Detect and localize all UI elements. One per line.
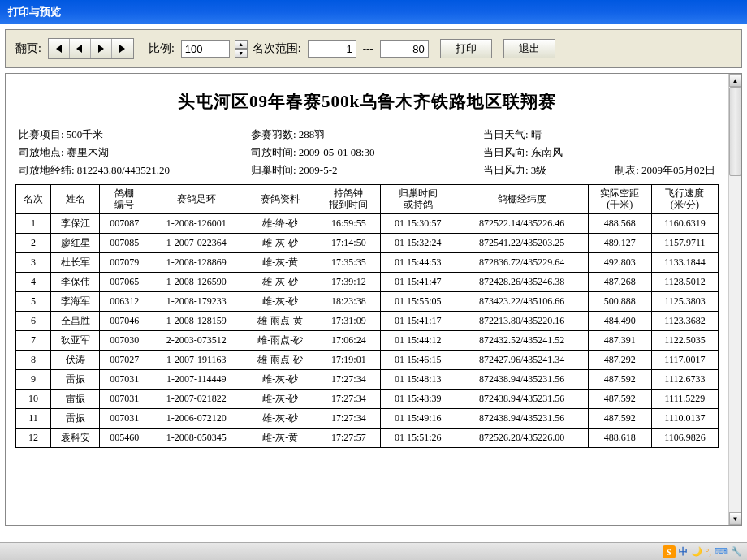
table-cell: 8 — [16, 350, 51, 369]
table-row: 6仝昌胜0070461-2008-128159雄-雨点-黄17:31:0901 … — [16, 311, 719, 330]
table-cell: 1110.0137 — [651, 408, 718, 428]
ratio-input[interactable] — [181, 40, 230, 58]
table-cell: 12 — [16, 428, 51, 447]
ratio-spinner: ▲ ▼ — [235, 40, 248, 58]
table-cell: 李保江 — [50, 213, 100, 233]
table-row: 12袁科安0054601-2008-050345雌-灰-黄17:27:5701 … — [16, 428, 719, 447]
table-cell: 雌-灰-黄 — [244, 428, 317, 447]
meta-return-time: 归巢时间: 2009-5-2 — [251, 163, 483, 178]
ratio-down-button[interactable]: ▼ — [235, 49, 248, 58]
range-to-input[interactable] — [380, 40, 429, 58]
print-button[interactable]: 打印 — [440, 39, 492, 58]
table-cell: 雄-绛-砂 — [244, 213, 317, 233]
col-header-4: 赛鸽资料 — [244, 185, 317, 214]
table-cell: 492.803 — [588, 252, 651, 272]
table-cell: 488.568 — [588, 213, 651, 233]
table-cell: 007046 — [100, 311, 149, 330]
preview-content: 头屯河区09年春赛500k乌鲁木齐铁路地区联翔赛 比赛项目: 500千米 参赛羽… — [6, 74, 728, 525]
first-page-button[interactable] — [49, 39, 70, 58]
scroll-thumb[interactable] — [729, 87, 741, 176]
meta-event: 比赛项目: 500千米 — [19, 127, 251, 142]
table-cell: 872432.52/435241.52 — [456, 330, 588, 350]
ime-moon-icon[interactable]: 🌙 — [691, 546, 702, 557]
ratio-up-button[interactable]: ▲ — [235, 40, 248, 49]
table-cell: 01 15:48:39 — [381, 389, 456, 408]
table-cell: 2 — [16, 233, 51, 252]
prev-page-button[interactable] — [70, 39, 91, 58]
table-cell: 01 15:44:53 — [381, 252, 456, 272]
window-titlebar: 打印与预览 — [0, 0, 747, 24]
table-cell: 雌-灰-砂 — [244, 369, 317, 389]
ime-punct-icon[interactable]: °, — [706, 547, 711, 557]
table-cell: 007085 — [100, 233, 149, 252]
meta-location: 司放地点: 赛里木湖 — [19, 145, 251, 160]
table-cell: 17:27:34 — [317, 389, 380, 408]
table-cell: 489.127 — [588, 233, 651, 252]
table-cell: 仝昌胜 — [50, 311, 100, 330]
scroll-up-arrow[interactable]: ▲ — [729, 74, 741, 87]
table-cell: 雌-灰-砂 — [244, 233, 317, 252]
table-cell: 872438.94/435231.56 — [456, 408, 588, 428]
table-cell: 007030 — [100, 330, 149, 350]
table-cell: 487.292 — [588, 350, 651, 369]
ime-lang-indicator[interactable]: 中 — [679, 545, 688, 558]
col-header-9: 飞行速度(米/分) — [651, 185, 718, 214]
table-cell: 3 — [16, 252, 51, 272]
range-from-input[interactable] — [308, 40, 356, 58]
table-row: 8伏涛0070271-2007-191163雄-雨点-砂17:19:0101 1… — [16, 350, 719, 369]
table-row: 3杜长军0070791-2008-128869雌-灰-黄17:35:3501 1… — [16, 252, 719, 272]
table-cell: 雷振 — [50, 408, 100, 428]
table-cell: 狄亚军 — [50, 330, 100, 350]
table-cell: 6 — [16, 311, 51, 330]
table-row: 1李保江0070871-2008-126001雄-绛-砂16:59:5501 1… — [16, 213, 719, 233]
vertical-scrollbar[interactable]: ▲ ▼ — [728, 74, 741, 525]
page-label: 翻页: — [15, 41, 41, 56]
table-cell: 1125.3803 — [651, 291, 718, 311]
ime-settings-icon[interactable]: 🔧 — [731, 546, 742, 557]
table-row: 9雷振0070311-2007-114449雌-灰-砂17:27:3401 15… — [16, 369, 719, 389]
table-cell: 袁科安 — [50, 428, 100, 447]
table-cell: 10 — [16, 389, 51, 408]
table-cell: 雌-灰-砂 — [244, 291, 317, 311]
meta-coords: 司放地经纬: 812243.80/443521.20 — [19, 163, 251, 178]
table-row: 11雷振0070311-2006-072120雄-灰-砂17:27:3401 1… — [16, 408, 719, 428]
table-cell: 872438.94/435231.56 — [456, 369, 588, 389]
table-header-row: 名次姓名鸽棚编号赛鸽足环赛鸽资料持鸽钟报到时间归巢时间或持鸽鸽棚经纬度实际空距(… — [16, 185, 719, 214]
ime-keyboard-icon[interactable]: ⌨ — [715, 546, 728, 557]
table-cell: 17:27:57 — [317, 428, 380, 447]
table-cell: 1-2008-128869 — [149, 252, 244, 272]
table-cell: 1122.5035 — [651, 330, 718, 350]
table-cell: 01 15:30:57 — [381, 213, 456, 233]
table-cell: 872428.26/435246.38 — [456, 272, 588, 291]
table-cell: 李保伟 — [50, 272, 100, 291]
preview-area: 头屯河区09年春赛500k乌鲁木齐铁路地区联翔赛 比赛项目: 500千米 参赛羽… — [5, 73, 742, 526]
table-cell: 872836.72/435229.64 — [456, 252, 588, 272]
window-title: 打印与预览 — [8, 6, 61, 18]
table-cell: 17:31:09 — [317, 311, 380, 330]
last-page-button[interactable] — [112, 39, 133, 58]
table-cell: 17:27:34 — [317, 369, 380, 389]
scroll-down-arrow[interactable]: ▼ — [729, 512, 741, 525]
table-cell: 雷振 — [50, 369, 100, 389]
table-body: 1李保江0070871-2008-126001雄-绛-砂16:59:5501 1… — [16, 213, 719, 447]
table-cell: 873423.22/435106.66 — [456, 291, 588, 311]
system-tray: S 中 🌙 °, ⌨ 🔧 — [0, 542, 747, 560]
table-cell: 17:27:34 — [317, 408, 380, 428]
table-cell: 01 15:46:15 — [381, 350, 456, 369]
table-row: 4李保伟0070651-2008-126590雄-灰-砂17:39:1201 1… — [16, 272, 719, 291]
table-cell: 01 15:48:13 — [381, 369, 456, 389]
table-cell: 007031 — [100, 389, 149, 408]
exit-button[interactable]: 退出 — [503, 39, 555, 58]
table-row: 10雷振0070311-2007-021822雌-灰-砂17:27:3401 1… — [16, 389, 719, 408]
table-cell: 1123.3682 — [651, 311, 718, 330]
table-cell: 17:35:35 — [317, 252, 380, 272]
col-header-3: 赛鸽足环 — [149, 185, 244, 214]
scroll-track[interactable] — [729, 87, 741, 512]
table-cell: 007079 — [100, 252, 149, 272]
table-cell: 4 — [16, 272, 51, 291]
next-page-button[interactable] — [91, 39, 112, 58]
table-cell: 廖红星 — [50, 233, 100, 252]
ime-sogou-icon[interactable]: S — [663, 545, 676, 558]
table-cell: 007031 — [100, 369, 149, 389]
table-row: 5李海军0063121-2008-179233雌-灰-砂18:23:3801 1… — [16, 291, 719, 311]
